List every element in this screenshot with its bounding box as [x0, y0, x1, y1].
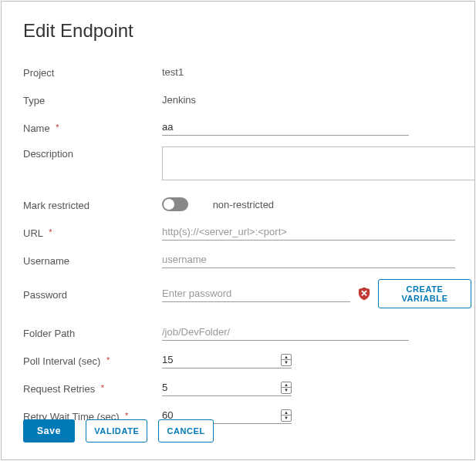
restricted-toggle[interactable] — [162, 197, 188, 211]
description-input[interactable] — [162, 146, 475, 180]
required-marker: * — [56, 123, 59, 132]
label-poll-interval: Poll Interval (sec) * — [23, 354, 162, 367]
spinner-icon[interactable]: ▲ ▼ — [281, 409, 292, 422]
label-mark-restricted: Mark restricted — [23, 198, 162, 211]
save-button[interactable]: Save — [23, 419, 75, 442]
label-username: Username — [23, 254, 162, 267]
poll-interval-stepper[interactable]: ▲ ▼ — [162, 352, 292, 368]
poll-interval-input[interactable] — [162, 352, 270, 367]
required-marker: * — [49, 227, 52, 237]
required-marker: * — [106, 355, 110, 365]
label-url: URL * — [23, 226, 162, 239]
chevron-down-icon[interactable]: ▼ — [282, 360, 291, 365]
project-value: test1 — [162, 66, 184, 78]
chevron-up-icon[interactable]: ▲ — [282, 410, 291, 416]
row-folder-path: Folder Path — [23, 324, 474, 341]
required-marker: * — [125, 411, 128, 420]
row-username: Username — [23, 251, 474, 268]
row-description: Description — [23, 146, 474, 180]
label-project: Project — [23, 66, 162, 79]
chevron-down-icon[interactable]: ▼ — [282, 416, 291, 421]
label-type: Type — [23, 93, 162, 106]
value-project: test1 — [162, 66, 474, 78]
password-input[interactable] — [162, 285, 350, 302]
label-request-retries: Request Retries * — [23, 382, 162, 395]
chevron-down-icon[interactable]: ▼ — [282, 388, 291, 393]
validate-button[interactable]: Validate — [86, 419, 147, 442]
cancel-button[interactable]: Cancel — [158, 419, 213, 442]
edit-endpoint-panel: Edit Endpoint Project test1 Type Jenkins… — [1, 1, 475, 460]
label-request-retries-text: Request Retries — [23, 383, 95, 395]
request-retries-input[interactable] — [162, 380, 270, 395]
row-url: URL * — [23, 224, 474, 241]
name-input[interactable] — [162, 119, 409, 136]
chevron-up-icon[interactable]: ▲ — [282, 382, 291, 389]
label-password: Password — [23, 288, 162, 301]
spinner-icon[interactable]: ▲ ▼ — [281, 354, 292, 366]
row-password: Password Create Variable — [23, 279, 474, 308]
shield-error-icon — [358, 287, 370, 301]
url-input[interactable] — [162, 224, 455, 241]
row-poll-interval: Poll Interval (sec) * ▲ ▼ — [23, 352, 474, 368]
row-name: Name * — [23, 119, 474, 136]
required-marker: * — [101, 383, 104, 392]
page-title: Edit Endpoint — [23, 20, 474, 42]
label-folder-path: Folder Path — [23, 326, 162, 339]
row-project: Project test1 — [23, 63, 474, 80]
value-type: Jenkins — [162, 94, 474, 106]
chevron-up-icon[interactable]: ▲ — [282, 355, 291, 361]
label-name-text: Name — [23, 123, 50, 134]
folder-path-input[interactable] — [162, 324, 409, 341]
username-input[interactable] — [162, 251, 455, 268]
row-mark-restricted: Mark restricted non-restricted — [23, 196, 474, 213]
label-description: Description — [23, 146, 162, 160]
label-name: Name * — [23, 121, 162, 134]
spinner-icon[interactable]: ▲ ▼ — [281, 382, 292, 394]
label-poll-interval-text: Poll Interval (sec) — [23, 355, 100, 367]
create-variable-button[interactable]: Create Variable — [378, 279, 471, 308]
label-url-text: URL — [23, 227, 43, 239]
request-retries-stepper[interactable]: ▲ ▼ — [162, 379, 292, 396]
type-value: Jenkins — [162, 94, 196, 106]
row-request-retries: Request Retries * ▲ ▼ — [23, 379, 474, 396]
restricted-state-label: non-restricted — [213, 199, 274, 210]
footer-actions: Save Validate Cancel — [23, 419, 214, 442]
row-type: Type Jenkins — [23, 91, 474, 108]
